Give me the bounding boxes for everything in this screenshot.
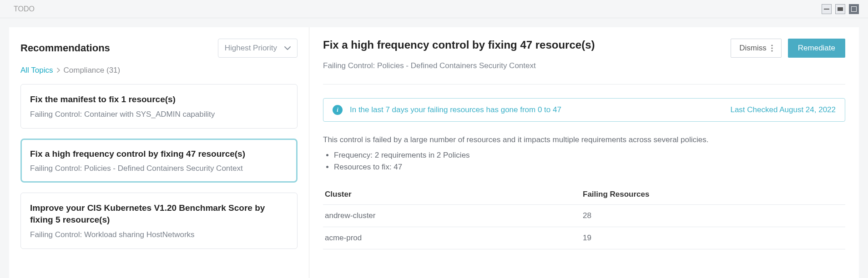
notice-text: In the last 7 days your failing resource… <box>350 105 561 114</box>
cell-cluster: acme-prod <box>323 227 574 249</box>
detail-actions: Dismiss Remediate <box>731 39 845 58</box>
bullet-item: Frequency: 2 requirements in 2 Policies <box>334 151 845 160</box>
table-row[interactable]: andrew-cluster 28 <box>323 205 845 227</box>
recommendation-sub: Failing Control: Workload sharing HostNe… <box>30 230 288 239</box>
maximize-button[interactable] <box>849 4 859 14</box>
bullet-item: Resources to fix: 47 <box>334 163 845 172</box>
recommendations-header: Recommendations Highest Priority <box>20 39 298 58</box>
notice-checked: Last Checked August 24, 2022 <box>730 105 836 114</box>
remediate-button[interactable]: Remediate <box>788 39 845 58</box>
divider <box>323 84 845 84</box>
svg-point-4 <box>771 47 772 49</box>
breadcrumb-root[interactable]: All Topics <box>20 66 53 75</box>
sort-label: Highest Priority <box>225 44 277 53</box>
col-cluster: Cluster <box>323 184 574 205</box>
cell-cluster: andrew-cluster <box>323 205 574 227</box>
cell-failing: 19 <box>574 227 845 249</box>
topbar: TODO <box>0 0 868 18</box>
cell-failing: 28 <box>574 205 845 227</box>
detail-sub: Failing Control: Policies - Defined Cont… <box>323 61 845 70</box>
breadcrumb: All Topics Compliance (31) <box>20 66 298 75</box>
notice-banner: i In the last 7 days your failing resour… <box>323 98 845 122</box>
detail-header: Fix a high frequency control by fixing 4… <box>323 39 845 58</box>
table-row[interactable]: acme-prod 19 <box>323 227 845 249</box>
svg-point-3 <box>771 45 772 46</box>
breadcrumb-current: Compliance (31) <box>64 66 121 75</box>
more-vert-icon <box>771 45 773 52</box>
svg-rect-0 <box>824 9 829 10</box>
recommendations-heading: Recommendations <box>20 42 110 54</box>
svg-point-5 <box>771 50 772 51</box>
sort-dropdown[interactable]: Highest Priority <box>218 39 298 58</box>
window-title: TODO <box>14 5 35 13</box>
main-content: Recommendations Highest Priority All Top… <box>0 18 868 278</box>
dismiss-label: Dismiss <box>739 44 767 53</box>
detail-bullets: Frequency: 2 requirements in 2 Policies … <box>323 151 845 172</box>
col-failing: Failing Resources <box>574 184 845 205</box>
dismiss-button[interactable]: Dismiss <box>731 39 782 58</box>
chevron-down-icon <box>284 46 291 50</box>
chevron-right-icon <box>57 67 60 74</box>
recommendations-panel: Recommendations Highest Priority All Top… <box>9 27 309 278</box>
recommendation-card[interactable]: Fix a high frequency control by fixing 4… <box>20 139 298 183</box>
recommendation-title: Improve your CIS Kubernetes V1.20 Benchm… <box>30 202 288 225</box>
svg-rect-2 <box>852 6 857 11</box>
info-icon: i <box>333 105 343 115</box>
recommendation-sub: Failing Control: Policies - Defined Cont… <box>30 164 288 173</box>
minimize-button[interactable] <box>822 4 832 14</box>
restore-button[interactable] <box>835 4 845 14</box>
recommendation-sub: Failing Control: Container with SYS_ADMI… <box>30 110 288 119</box>
detail-title: Fix a high frequency control by fixing 4… <box>323 39 595 51</box>
detail-description: This control is failed by a large number… <box>323 135 845 144</box>
recommendation-title: Fix the manifest to fix 1 resource(s) <box>30 94 288 105</box>
window-controls <box>822 4 859 14</box>
detail-panel: Fix a high frequency control by fixing 4… <box>309 27 859 278</box>
recommendation-title: Fix a high frequency control by fixing 4… <box>30 148 288 160</box>
table-header-row: Cluster Failing Resources <box>323 184 845 205</box>
recommendation-card[interactable]: Improve your CIS Kubernetes V1.20 Benchm… <box>20 193 298 248</box>
resources-table: Cluster Failing Resources andrew-cluster… <box>323 184 845 249</box>
recommendation-card[interactable]: Fix the manifest to fix 1 resource(s) Fa… <box>20 84 298 129</box>
svg-rect-1 <box>838 7 843 11</box>
